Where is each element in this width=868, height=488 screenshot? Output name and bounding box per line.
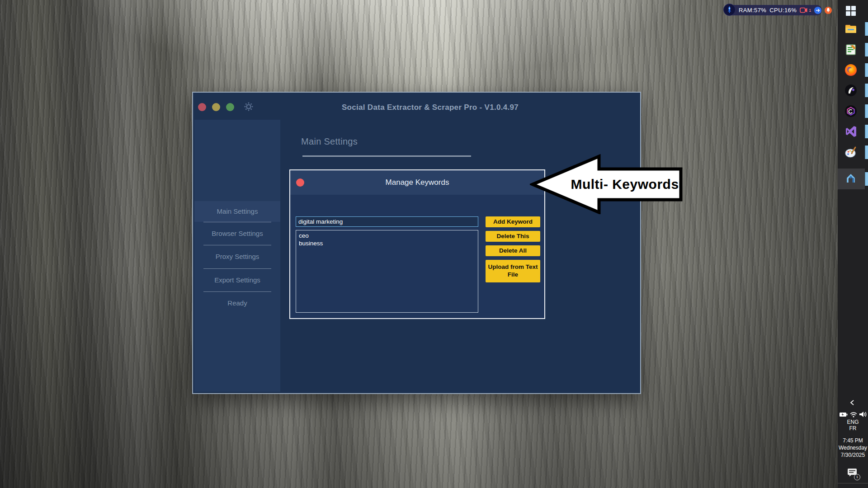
- keyword-input[interactable]: [296, 216, 478, 227]
- language-indicator-secondary[interactable]: FR: [838, 425, 868, 432]
- dialog-header: Manage Keywords: [290, 170, 544, 195]
- tray-expand-icon[interactable]: [849, 399, 855, 406]
- feather-app-icon[interactable]: [844, 84, 858, 97]
- tray-status-icons[interactable]: [839, 411, 867, 418]
- clock-time[interactable]: 7:45 PM: [838, 437, 868, 444]
- clock-date[interactable]: 7/30/2025: [838, 452, 868, 458]
- language-indicator-primary[interactable]: ENG: [838, 419, 868, 425]
- sidebar-divider: [203, 222, 271, 222]
- ram-usage: RAM:57%: [739, 7, 766, 14]
- status-ready-label: Ready: [194, 293, 280, 314]
- cpu-usage: CPU:16%: [769, 7, 797, 14]
- notification-count-badge: 1: [854, 474, 860, 480]
- rocket-icon: [723, 4, 736, 16]
- annotation-arrow: Multi- Keywords: [530, 154, 684, 214]
- sidebar-item-main-settings[interactable]: Main Settings: [194, 201, 280, 222]
- keyword-list[interactable]: ceo business: [296, 230, 478, 313]
- window-title: Social Data Extractor & Scraper Pro - V1…: [220, 103, 640, 112]
- sidebar: Main Settings Browser Settings Proxy Set…: [194, 120, 280, 392]
- add-keyword-button[interactable]: Add Keyword: [486, 216, 540, 227]
- running-indicator: [865, 43, 868, 56]
- clock-weekday[interactable]: Wednesday: [838, 445, 868, 451]
- keyword-list-item[interactable]: business: [299, 239, 475, 247]
- dialog-title: Manage Keywords: [290, 170, 544, 195]
- sidebar-divider: [203, 291, 271, 292]
- close-button[interactable]: [198, 103, 206, 111]
- sidebar-item-browser-settings[interactable]: Browser Settings: [194, 223, 280, 244]
- manage-keywords-dialog: Manage Keywords ceo business Add Keyword…: [289, 169, 545, 319]
- heading-underline: [302, 155, 471, 157]
- system-monitor-widget: RAM:57% CPU:16% 1: [724, 5, 822, 15]
- running-indicator: [865, 172, 868, 186]
- annotation-label: Multi- Keywords: [568, 177, 682, 192]
- show-desktop-divider[interactable]: [838, 483, 868, 483]
- taskbar: ENG FR 7:45 PM Wednesday 7/30/2025 1: [838, 0, 868, 488]
- bell-icon[interactable]: [825, 7, 832, 14]
- image-editor-icon[interactable]: [844, 43, 858, 56]
- keyword-list-item[interactable]: ceo: [299, 232, 475, 239]
- speaker-icon: [859, 411, 867, 418]
- delete-all-button[interactable]: Delete All: [486, 245, 540, 256]
- running-indicator: [865, 84, 868, 97]
- app-window: Social Data Extractor & Scraper Pro - V1…: [192, 92, 641, 394]
- sidebar-item-export-settings[interactable]: Export Settings: [194, 270, 280, 291]
- dialog-close-button[interactable]: [296, 178, 304, 187]
- sidebar-divider: [203, 245, 271, 245]
- notification-center-icon[interactable]: 1: [847, 468, 859, 479]
- delete-this-button[interactable]: Delete This: [486, 231, 540, 242]
- page-title: Main Settings: [301, 136, 358, 147]
- file-explorer-icon[interactable]: [844, 22, 858, 36]
- minimize-button[interactable]: [212, 103, 220, 111]
- visual-studio-icon[interactable]: [844, 125, 858, 138]
- hexagon-app-icon[interactable]: [844, 104, 858, 118]
- running-indicator: [865, 22, 868, 36]
- sidebar-divider: [203, 268, 271, 269]
- scraper-app-icon[interactable]: [844, 172, 858, 186]
- firefox-icon[interactable]: [844, 63, 858, 77]
- recorder-icon: [800, 7, 808, 13]
- sidebar-item-proxy-settings[interactable]: Proxy Settings: [194, 246, 280, 267]
- share-arrow-icon[interactable]: [814, 7, 821, 14]
- desktop-wallpaper: RAM:57% CPU:16% 1 Social Data Extractor …: [0, 0, 868, 488]
- running-indicator: [865, 125, 868, 138]
- running-indicator: [865, 145, 868, 159]
- wifi-icon: [849, 411, 858, 418]
- paint-icon[interactable]: [844, 145, 858, 159]
- running-indicator: [865, 63, 868, 77]
- upload-from-text-file-button[interactable]: Upload from Text File: [486, 260, 540, 282]
- running-indicator: [865, 104, 868, 118]
- start-button-icon[interactable]: [844, 4, 858, 18]
- recorder-count: 1: [809, 8, 811, 13]
- battery-icon: [839, 411, 848, 418]
